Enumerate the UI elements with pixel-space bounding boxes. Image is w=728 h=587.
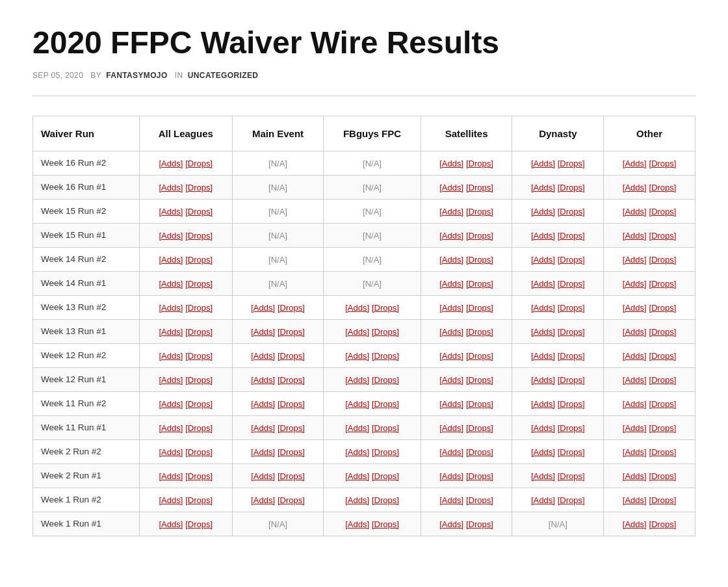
adds-link[interactable]: [Adds]	[251, 399, 275, 409]
drops-link[interactable]: [Drops]	[649, 183, 677, 192]
drops-link[interactable]: [Drops]	[466, 495, 493, 505]
adds-link[interactable]: [Adds]	[623, 495, 647, 505]
adds-link[interactable]: [Adds]	[439, 327, 463, 337]
adds-link[interactable]: [Adds]	[159, 159, 183, 168]
adds-link[interactable]: [Adds]	[251, 375, 275, 385]
adds-link[interactable]: [Adds]	[345, 447, 369, 457]
adds-link[interactable]: [Adds]	[531, 327, 555, 337]
meta-category[interactable]: UNCATEGORIZED	[188, 71, 258, 80]
drops-link[interactable]: [Drops]	[278, 327, 305, 337]
adds-link[interactable]: [Adds]	[439, 231, 463, 241]
adds-link[interactable]: [Adds]	[623, 183, 647, 192]
adds-link[interactable]: [Adds]	[439, 399, 463, 409]
drops-link[interactable]: [Drops]	[278, 351, 305, 361]
drops-link[interactable]: [Drops]	[466, 279, 493, 289]
drops-link[interactable]: [Drops]	[372, 375, 399, 385]
adds-link[interactable]: [Adds]	[159, 303, 183, 313]
adds-link[interactable]: [Adds]	[159, 279, 183, 289]
adds-link[interactable]: [Adds]	[159, 399, 183, 409]
adds-link[interactable]: [Adds]	[531, 279, 555, 289]
meta-author[interactable]: FANTASYMOJO	[106, 71, 167, 80]
drops-link[interactable]: [Drops]	[558, 231, 585, 241]
drops-link[interactable]: [Drops]	[466, 375, 493, 385]
drops-link[interactable]: [Drops]	[278, 303, 305, 313]
drops-link[interactable]: [Drops]	[466, 303, 493, 313]
adds-link[interactable]: [Adds]	[159, 183, 183, 192]
adds-link[interactable]: [Adds]	[159, 231, 183, 241]
adds-link[interactable]: [Adds]	[159, 351, 183, 361]
adds-link[interactable]: [Adds]	[531, 231, 555, 241]
adds-link[interactable]: [Adds]	[159, 495, 183, 505]
adds-link[interactable]: [Adds]	[345, 399, 369, 409]
adds-link[interactable]: [Adds]	[623, 255, 647, 265]
drops-link[interactable]: [Drops]	[185, 471, 213, 481]
drops-link[interactable]: [Drops]	[466, 183, 493, 192]
adds-link[interactable]: [Adds]	[531, 351, 555, 361]
adds-link[interactable]: [Adds]	[159, 519, 183, 529]
drops-link[interactable]: [Drops]	[649, 303, 677, 313]
drops-link[interactable]: [Drops]	[649, 447, 677, 457]
adds-link[interactable]: [Adds]	[531, 423, 555, 433]
adds-link[interactable]: [Adds]	[439, 375, 463, 385]
adds-link[interactable]: [Adds]	[345, 495, 369, 505]
drops-link[interactable]: [Drops]	[372, 303, 399, 313]
adds-link[interactable]: [Adds]	[439, 351, 463, 361]
adds-link[interactable]: [Adds]	[623, 375, 647, 385]
adds-link[interactable]: [Adds]	[623, 327, 647, 337]
drops-link[interactable]: [Drops]	[558, 351, 585, 361]
adds-link[interactable]: [Adds]	[623, 519, 647, 529]
drops-link[interactable]: [Drops]	[558, 375, 585, 385]
drops-link[interactable]: [Drops]	[649, 207, 677, 216]
drops-link[interactable]: [Drops]	[558, 207, 585, 216]
adds-link[interactable]: [Adds]	[251, 303, 275, 313]
adds-link[interactable]: [Adds]	[439, 255, 463, 265]
adds-link[interactable]: [Adds]	[159, 207, 183, 216]
adds-link[interactable]: [Adds]	[623, 423, 647, 433]
adds-link[interactable]: [Adds]	[345, 303, 369, 313]
adds-link[interactable]: [Adds]	[439, 207, 463, 216]
drops-link[interactable]: [Drops]	[558, 279, 585, 289]
adds-link[interactable]: [Adds]	[531, 495, 555, 505]
drops-link[interactable]: [Drops]	[466, 399, 493, 409]
adds-link[interactable]: [Adds]	[439, 303, 463, 313]
adds-link[interactable]: [Adds]	[439, 183, 463, 192]
adds-link[interactable]: [Adds]	[623, 159, 647, 168]
adds-link[interactable]: [Adds]	[623, 279, 647, 289]
adds-link[interactable]: [Adds]	[531, 255, 555, 265]
drops-link[interactable]: [Drops]	[372, 471, 399, 481]
drops-link[interactable]: [Drops]	[185, 207, 213, 216]
drops-link[interactable]: [Drops]	[558, 423, 585, 433]
adds-link[interactable]: [Adds]	[439, 471, 463, 481]
drops-link[interactable]: [Drops]	[185, 351, 213, 361]
adds-link[interactable]: [Adds]	[531, 207, 555, 216]
drops-link[interactable]: [Drops]	[185, 255, 213, 265]
drops-link[interactable]: [Drops]	[558, 255, 585, 265]
drops-link[interactable]: [Drops]	[649, 231, 677, 241]
adds-link[interactable]: [Adds]	[345, 471, 369, 481]
drops-link[interactable]: [Drops]	[466, 471, 493, 481]
drops-link[interactable]: [Drops]	[649, 471, 677, 481]
adds-link[interactable]: [Adds]	[159, 423, 183, 433]
adds-link[interactable]: [Adds]	[531, 471, 555, 481]
drops-link[interactable]: [Drops]	[558, 399, 585, 409]
adds-link[interactable]: [Adds]	[159, 375, 183, 385]
adds-link[interactable]: [Adds]	[345, 519, 369, 529]
drops-link[interactable]: [Drops]	[185, 519, 213, 529]
drops-link[interactable]: [Drops]	[466, 255, 493, 265]
adds-link[interactable]: [Adds]	[439, 447, 463, 457]
drops-link[interactable]: [Drops]	[466, 231, 493, 241]
drops-link[interactable]: [Drops]	[372, 447, 399, 457]
adds-link[interactable]: [Adds]	[159, 471, 183, 481]
drops-link[interactable]: [Drops]	[649, 423, 677, 433]
drops-link[interactable]: [Drops]	[278, 495, 305, 505]
adds-link[interactable]: [Adds]	[251, 471, 275, 481]
adds-link[interactable]: [Adds]	[251, 351, 275, 361]
adds-link[interactable]: [Adds]	[159, 255, 183, 265]
drops-link[interactable]: [Drops]	[649, 495, 677, 505]
adds-link[interactable]: [Adds]	[623, 231, 647, 241]
drops-link[interactable]: [Drops]	[649, 279, 677, 289]
drops-link[interactable]: [Drops]	[466, 447, 493, 457]
drops-link[interactable]: [Drops]	[372, 327, 399, 337]
adds-link[interactable]: [Adds]	[159, 447, 183, 457]
adds-link[interactable]: [Adds]	[439, 495, 463, 505]
